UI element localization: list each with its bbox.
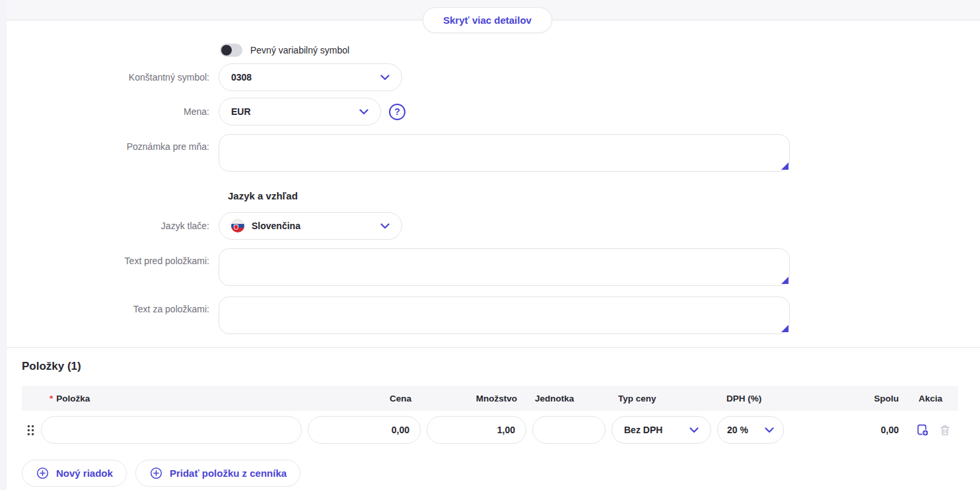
- items-section: Položky (1) *Položka Cena Množstvo Jedno…: [7, 360, 980, 487]
- column-header-action: Akcia: [907, 394, 958, 403]
- fixed-variable-symbol-row: Pevný variabilný symbol: [7, 43, 980, 57]
- column-header-price-type: Typ ceny: [612, 394, 711, 403]
- column-header-total: Spolu: [784, 394, 907, 403]
- add-from-pricelist-button[interactable]: Pridať položku z cenníka: [135, 460, 300, 487]
- currency-select[interactable]: EUR: [219, 98, 381, 125]
- constant-symbol-label: Konštantný symbol:: [7, 72, 209, 83]
- print-language-label: Jazyk tlače:: [7, 221, 209, 231]
- item-buttons-row: Nový riadok Pridať položku z cenníka: [22, 460, 980, 487]
- fixed-variable-symbol-label: Pevný variabilný symbol: [250, 45, 349, 55]
- plus-circle-icon: [149, 466, 163, 480]
- text-before-items-row: Text pred položkami:: [7, 248, 980, 286]
- chevron-down-icon: [380, 223, 390, 229]
- flag-shield: [234, 225, 238, 230]
- text-before-items-label: Text pred položkami:: [7, 256, 209, 266]
- item-price-input[interactable]: [308, 416, 421, 444]
- column-header-item-label: Položka: [56, 394, 90, 403]
- details-panel: Pevný variabilný symbol Konštantný symbo…: [7, 0, 980, 490]
- new-row-button-label: Nový riadok: [56, 468, 113, 479]
- constant-symbol-select[interactable]: 0308: [219, 63, 402, 91]
- item-total-value: 0,00: [784, 425, 907, 435]
- page-background-strip: [0, 0, 7, 490]
- column-header-price: Cena: [308, 394, 421, 403]
- new-row-button[interactable]: Nový riadok: [22, 460, 127, 487]
- currency-value: EUR: [231, 106, 251, 117]
- add-from-pricelist-button-label: Pridať položku z cenníka: [170, 468, 287, 479]
- price-type-value: Bez DPH: [624, 425, 662, 435]
- note-for-me-textarea[interactable]: [219, 134, 790, 172]
- drag-handle-icon[interactable]: [27, 425, 35, 436]
- print-language-row: Jazyk tlače: Slovenčina: [7, 212, 980, 240]
- note-row: Poznámka pre mňa:: [7, 134, 980, 172]
- constant-symbol-row: Konštantný symbol: 0308: [7, 63, 980, 91]
- column-header-quantity: Množstvo: [427, 394, 526, 403]
- chevron-down-icon: [765, 427, 774, 433]
- vat-value: 20 %: [727, 425, 748, 435]
- delete-item-icon[interactable]: [940, 425, 950, 436]
- required-marker: *: [50, 394, 53, 403]
- text-after-items-label: Text za položkami:: [7, 304, 209, 314]
- note-label: Poznámka pre mňa:: [7, 141, 209, 152]
- plus-circle-icon: [36, 466, 50, 480]
- chevron-down-icon: [689, 427, 699, 433]
- item-quantity-input[interactable]: [427, 416, 526, 444]
- print-language-value: Slovenčina: [252, 221, 300, 231]
- items-table-header: *Položka Cena Množstvo Jednotka Typ ceny…: [22, 386, 958, 411]
- item-unit-input[interactable]: [532, 416, 606, 444]
- slovak-flag-icon: [231, 219, 244, 232]
- column-header-vat: DPH (%): [717, 394, 784, 403]
- chevron-down-icon: [380, 75, 390, 81]
- item-row: Bez DPH 20 % 0,00: [22, 416, 958, 444]
- chevron-down-icon: [359, 109, 368, 115]
- resize-handle-icon[interactable]: [781, 325, 788, 332]
- item-name-input[interactable]: [41, 416, 302, 444]
- language-section-heading: Jazyk a vzhľad: [228, 190, 980, 203]
- price-type-select[interactable]: Bez DPH: [612, 416, 711, 444]
- currency-label: Mena:: [7, 106, 209, 117]
- constant-symbol-value: 0308: [231, 72, 252, 83]
- text-after-items-row: Text za položkami:: [7, 297, 980, 334]
- text-after-items-textarea[interactable]: [219, 297, 790, 334]
- item-actions: [907, 424, 958, 437]
- resize-handle-icon[interactable]: [781, 277, 788, 284]
- section-divider: [7, 347, 980, 348]
- print-language-select[interactable]: Slovenčina: [219, 212, 402, 240]
- toggle-knob: [221, 45, 232, 55]
- column-header-item: *Položka: [22, 394, 302, 403]
- duplicate-item-icon[interactable]: [917, 424, 929, 437]
- text-before-items-textarea[interactable]: [219, 248, 790, 286]
- invoice-details-page: Pevný variabilný symbol Konštantný symbo…: [0, 0, 980, 490]
- resize-handle-icon[interactable]: [781, 162, 788, 170]
- column-header-unit: Jednotka: [532, 394, 606, 403]
- fixed-variable-symbol-toggle[interactable]: [220, 44, 242, 57]
- items-heading: Položky (1): [22, 360, 980, 373]
- vat-select[interactable]: 20 %: [717, 416, 784, 444]
- currency-help-icon[interactable]: ?: [389, 104, 405, 120]
- currency-row: Mena: EUR ?: [7, 98, 980, 125]
- hide-details-button[interactable]: Skryť viac detailov: [423, 7, 552, 33]
- details-form: Pevný variabilný symbol Konštantný symbo…: [7, 20, 980, 348]
